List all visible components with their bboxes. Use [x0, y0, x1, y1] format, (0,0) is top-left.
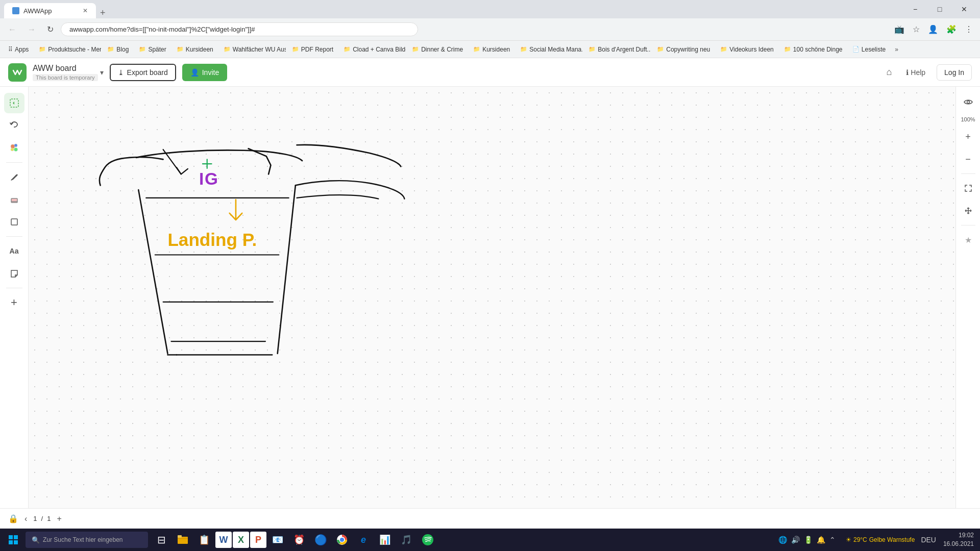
bm-item-5[interactable]: 📁 PDF Report — [288, 44, 337, 55]
lang-icon[interactable]: DEU — [921, 536, 936, 544]
board-chevron-icon[interactable]: ▾ — [100, 68, 104, 77]
board-temp-label: This board is temporary — [33, 74, 98, 81]
board-name-area: AWW board This board is temporary ▾ — [33, 64, 104, 81]
page-current: 1 — [33, 515, 37, 522]
select-tool-btn[interactable] — [4, 93, 24, 113]
notification-icon[interactable]: 🔔 — [817, 536, 825, 544]
address-input[interactable] — [61, 22, 418, 36]
folder-icon-7: 📁 — [412, 46, 419, 53]
network-icon[interactable]: 🌐 — [778, 536, 787, 544]
taskbar-app-11[interactable]: 📊 — [375, 529, 395, 551]
star-btn[interactable]: ★ — [959, 231, 977, 249]
mail-btn[interactable]: 📧 — [267, 529, 288, 551]
svg-rect-7 — [11, 219, 17, 225]
maximize-btn[interactable]: □ — [928, 0, 951, 18]
fullscreen-btn[interactable] — [959, 179, 977, 197]
cast-icon[interactable]: 📺 — [891, 21, 908, 37]
weather-badge[interactable]: ☀ 29°C Gelbe Warnstufe — [843, 534, 918, 545]
forward-btn[interactable]: → — [23, 22, 40, 37]
word-btn[interactable]: W — [215, 532, 232, 548]
undo-tool-btn[interactable] — [4, 115, 24, 136]
zoom-in-btn[interactable]: + — [959, 128, 977, 146]
profile-icon[interactable]: 👤 — [925, 21, 941, 37]
drawing-canvas[interactable]: IG Landing P. — [29, 87, 955, 508]
taskbar-app-3[interactable]: 📋 — [194, 529, 214, 551]
speaker-icon[interactable]: 🔊 — [791, 536, 800, 544]
reload-btn[interactable]: ↻ — [43, 21, 58, 37]
active-tab[interactable]: AWWApp ✕ — [4, 3, 96, 18]
bm-item-0[interactable]: 📁 Produktsuche - Mer... — [35, 44, 101, 55]
zoom-out-btn[interactable]: − — [959, 150, 977, 168]
page-prev-btn[interactable]: ‹ — [22, 512, 29, 525]
text-tool-btn[interactable]: Aa — [4, 241, 24, 261]
explorer-btn[interactable] — [173, 529, 193, 551]
bm-item-10[interactable]: 📁 Bois d'Argent Duft... — [584, 44, 651, 55]
new-tab-btn[interactable]: + — [96, 8, 110, 18]
paint-tool-btn[interactable] — [4, 138, 24, 158]
bm-label-2: Später — [148, 46, 166, 53]
export-board-btn[interactable]: ⤓ Export board — [110, 64, 176, 81]
minimize-btn[interactable]: − — [903, 0, 927, 18]
chevron-up-icon[interactable]: ⌃ — [829, 536, 836, 544]
taskbar-app-9[interactable]: 🔵 — [310, 529, 331, 551]
menu-icon[interactable]: ⋮ — [962, 21, 976, 37]
svg-point-21 — [422, 534, 433, 545]
bookmarks-more-btn[interactable]: » — [892, 44, 901, 55]
bm-label-3: Kursideen — [186, 46, 213, 53]
close-btn[interactable]: ✕ — [952, 0, 976, 18]
bm-item-4[interactable]: 📁 Wahlfächer WU Aus... — [219, 44, 286, 55]
spotify-btn[interactable] — [418, 529, 438, 551]
bm-item-1[interactable]: 📁 Blog — [103, 44, 133, 55]
board-name: AWW board — [33, 64, 98, 73]
bm-item-13[interactable]: 📁 100 schöne Dinge — [780, 44, 846, 55]
help-btn[interactable]: ℹ Help — [901, 65, 930, 80]
bm-item-9[interactable]: 📁 Social Media Mana... — [516, 44, 582, 55]
svg-text:IG: IG — [199, 169, 219, 188]
move-btn[interactable] — [959, 202, 977, 220]
bm-item-3[interactable]: 📁 Kursideen — [173, 44, 217, 55]
home-btn[interactable]: ⌂ — [883, 64, 895, 81]
tool-separator-3 — [6, 288, 22, 288]
edge-btn[interactable]: e — [353, 529, 374, 551]
sticky-tool-btn[interactable] — [4, 263, 24, 284]
battery-icon[interactable]: 🔋 — [804, 536, 813, 544]
invite-btn[interactable]: 👤 Invite — [182, 64, 227, 81]
svg-point-20 — [340, 538, 344, 542]
bookmarks-apps-btn[interactable]: ⠿ Apps — [4, 44, 33, 55]
taskbar-search[interactable]: 🔍 Zur Suche Text hier eingeben — [26, 532, 148, 548]
canvas-area[interactable]: IG Landing P. — [29, 87, 955, 508]
bm-item-8[interactable]: 📁 Kursideen — [469, 44, 514, 55]
taskview-btn[interactable]: ⊟ — [151, 529, 172, 551]
pen-tool-btn[interactable] — [4, 167, 24, 187]
clock-btn[interactable]: ⏰ — [289, 529, 309, 551]
bm-item-2[interactable]: 📁 Später — [135, 44, 170, 55]
bm-label-10: Bois d'Argent Duft... — [598, 46, 651, 53]
bookmark-star-icon[interactable]: ☆ — [910, 21, 923, 37]
taskbar-app-12[interactable]: 🎵 — [396, 529, 416, 551]
bm-item-14[interactable]: 📄 Leseliste — [848, 44, 890, 55]
right-toolbar: 100% + − — [955, 87, 980, 508]
svg-rect-16 — [14, 540, 18, 544]
excel-btn[interactable]: X — [233, 532, 249, 548]
ppt-btn[interactable]: P — [250, 532, 266, 548]
shape-tool-btn[interactable] — [4, 212, 24, 232]
tab-close-btn[interactable]: ✕ — [83, 7, 88, 14]
add-tool-btn[interactable]: + — [4, 292, 24, 313]
extensions-icon[interactable]: 🧩 — [943, 21, 960, 37]
right-sep-2 — [961, 225, 975, 226]
eraser-tool-btn[interactable] — [4, 189, 24, 210]
bm-item-6[interactable]: 📁 Cload + Canva Bilder — [339, 44, 406, 55]
aww-logo — [8, 63, 27, 82]
back-btn[interactable]: ← — [4, 22, 20, 37]
eye-btn[interactable] — [959, 93, 977, 111]
bm-item-12[interactable]: 📁 Videokurs Ideen — [716, 44, 778, 55]
login-btn[interactable]: Log In — [937, 64, 972, 81]
start-btn[interactable] — [2, 529, 24, 551]
taskbar-clock[interactable]: 19:02 16.06.2021 — [943, 531, 978, 548]
bm-item-11[interactable]: 📁 Copywriting neu — [653, 44, 714, 55]
bm-item-7[interactable]: 📁 Dinner & Crime — [408, 44, 467, 55]
page-add-btn[interactable]: + — [55, 512, 63, 525]
svg-point-4 — [14, 148, 17, 152]
main-content: Aa + — [0, 87, 980, 508]
chrome-btn[interactable] — [332, 529, 352, 551]
